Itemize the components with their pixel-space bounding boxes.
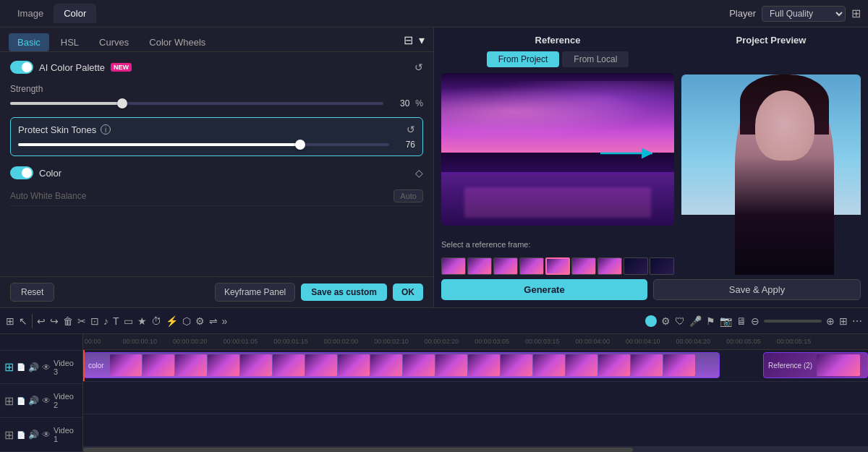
filmstrip-label: Select a reference frame: <box>441 240 531 249</box>
tl-rect-icon[interactable]: ▭ <box>124 315 133 327</box>
film-frame-9[interactable] <box>650 257 674 275</box>
tl-shield-icon[interactable]: 🛡 <box>675 315 685 327</box>
tl-timer-icon[interactable]: ⏱ <box>151 315 161 327</box>
save-apply-button[interactable]: Save & Apply <box>653 279 861 300</box>
track-eye-icon: 👁 <box>42 362 51 372</box>
quality-select[interactable]: Full Quality Half Quality Quarter Qualit… <box>762 6 846 22</box>
film-frame-6[interactable] <box>571 257 596 275</box>
clip-thumbnails <box>109 353 697 378</box>
tl-mask-icon[interactable]: ⬡ <box>182 315 191 327</box>
panel-bottom: Reset Keyframe Panel Save as custom OK <box>0 276 433 307</box>
tl-layout-icon[interactable]: ⊞ <box>839 315 848 327</box>
tl-cursor-icon[interactable]: ↖ <box>19 315 27 327</box>
tl-grid-icon[interactable]: ⊞ <box>6 315 14 327</box>
track-volume-icon: 🔊 <box>28 362 39 372</box>
tl-crop-icon[interactable]: ⊡ <box>90 315 99 327</box>
timeline: ⊞ ↖ ↩ ↪ 🗑 ✂ ⊡ ♪ T ▭ ★ ⏱ ⚡ ⬡ ⚙ ⇌ » ⚙ 🛡 🎤 … <box>0 307 868 452</box>
chevron-down-icon: ▾ <box>419 33 425 47</box>
tl-monitor-icon[interactable]: 🖥 <box>736 315 746 327</box>
track-video1-label: Video 1 <box>54 426 78 443</box>
reference-clip[interactable]: Reference (2) <box>763 352 868 378</box>
zoom-slider[interactable] <box>764 320 822 323</box>
timeline-scrollbar[interactable] <box>83 447 868 452</box>
tl-mic-icon[interactable]: 🎤 <box>689 315 702 327</box>
strength-slider-row: 30 % <box>10 98 423 108</box>
film-frame-2[interactable] <box>467 257 492 275</box>
tl-morph-icon[interactable]: ⇌ <box>209 315 218 327</box>
tab-color[interactable]: Color <box>54 4 96 23</box>
sub-tab-hsl[interactable]: HSL <box>52 33 88 51</box>
tl-undo-icon[interactable]: ↩ <box>37 315 46 327</box>
filmstrip[interactable] <box>441 257 674 275</box>
action-buttons: Generate Save & Apply <box>441 279 861 300</box>
tl-zoom-in-icon[interactable]: ⊕ <box>826 315 835 327</box>
from-project-button[interactable]: From Project <box>487 51 560 67</box>
protect-skin-reset-icon[interactable]: ↺ <box>407 124 415 135</box>
reset-button[interactable]: Reset <box>10 283 54 302</box>
film-frame-5[interactable] <box>545 257 570 275</box>
generate-button[interactable]: Generate <box>441 279 647 300</box>
film-frame-3[interactable] <box>493 257 518 275</box>
sub-tab-colorwheels[interactable]: Color Wheels <box>140 33 214 51</box>
scrollbar-thumb[interactable] <box>83 448 633 452</box>
tl-cut-icon[interactable]: ✂ <box>77 315 86 327</box>
tl-delete-icon[interactable]: 🗑 <box>63 315 73 327</box>
clip-thumb-2 <box>142 354 174 376</box>
color-clip[interactable]: color <box>83 352 720 378</box>
keyframe-panel-button[interactable]: Keyframe Panel <box>215 283 295 302</box>
auto-badge: Auto <box>393 189 423 202</box>
ai-palette-toggle[interactable] <box>10 61 33 74</box>
from-local-button[interactable]: From Local <box>562 51 629 67</box>
tl-zoom-out-icon[interactable]: ⊖ <box>751 315 760 327</box>
ai-palette-reset-icon[interactable]: ↺ <box>414 61 423 73</box>
ok-button[interactable]: OK <box>393 283 423 301</box>
ai-palette-label: AI Color Palette <box>39 62 105 73</box>
tl-flag-icon[interactable]: ⚑ <box>706 315 715 327</box>
reference-controls: From Project From Local <box>441 51 674 67</box>
proj-face <box>755 90 814 161</box>
protect-skin-slider-track[interactable] <box>18 143 389 146</box>
clip-thumb-10 <box>403 354 435 376</box>
sub-tabs: Basic HSL Curves Color Wheels ⊟ ▾ <box>0 27 433 52</box>
ref-image-bg <box>441 73 674 226</box>
protect-skin-section: Protect Skin Tones i ↺ 76 <box>10 117 423 156</box>
ruler-spacer <box>0 334 82 351</box>
strength-section: Strength 30 % <box>10 84 423 108</box>
clip-thumb-9 <box>370 354 402 376</box>
sub-tab-curves[interactable]: Curves <box>90 33 137 51</box>
tracks-content: 00:00 00:00:00:10 00:00:00:20 00:00:01:0… <box>83 334 868 452</box>
film-frame-1[interactable] <box>441 257 466 275</box>
tl-redo-icon[interactable]: ↪ <box>50 315 59 327</box>
tl-knob-icon[interactable]: ⚙ <box>195 315 205 327</box>
tl-audio-icon[interactable]: ♪ <box>103 315 109 327</box>
clip-thumb-11 <box>435 354 467 376</box>
sub-tab-basic[interactable]: Basic <box>9 33 49 51</box>
tl-more-icon[interactable]: » <box>222 315 228 327</box>
tl-record-button[interactable] <box>645 315 657 327</box>
film-frame-4[interactable] <box>519 257 544 275</box>
color-toggle[interactable] <box>10 166 33 179</box>
tl-right-controls: ⚙ 🛡 🎤 ⚑ 📷 🖥 ⊖ ⊕ ⊞ ⋯ <box>645 315 862 327</box>
film-frame-7[interactable] <box>597 257 622 275</box>
track-label-video2: ⊞ 📄 🔊 👁 Video 2 <box>0 384 82 418</box>
tl-speed-icon[interactable]: ⚡ <box>166 315 178 327</box>
strength-slider-track[interactable] <box>10 102 383 105</box>
tl-effect-icon[interactable]: ★ <box>137 315 147 327</box>
color-section: Color ◇ Auto White Balance Auto <box>10 166 423 206</box>
tl-settings-icon[interactable]: ⚙ <box>661 315 671 327</box>
save-as-custom-button[interactable]: Save as custom <box>301 283 387 301</box>
track2-eye-icon: 👁 <box>42 396 51 406</box>
project-preview-section: Project Preview <box>681 35 861 275</box>
film-frame-8[interactable] <box>624 257 648 275</box>
reference-clip-label: Reference (2) <box>764 362 817 370</box>
diamond-icon: ◇ <box>415 167 423 179</box>
clip-thumb-4 <box>208 354 239 376</box>
tab-image[interactable]: Image <box>7 4 54 23</box>
tl-text-icon[interactable]: T <box>113 315 119 327</box>
tl-camera-icon[interactable]: 📷 <box>720 315 732 327</box>
tl-more2-icon[interactable]: ⋯ <box>852 315 862 327</box>
auto-white-balance-label: Auto White Balance <box>10 191 86 201</box>
track-label-video3: ⊞ 📄 🔊 👁 Video 3 <box>0 351 82 385</box>
clip-thumb-17 <box>631 354 663 376</box>
track-video1-row <box>83 414 868 447</box>
